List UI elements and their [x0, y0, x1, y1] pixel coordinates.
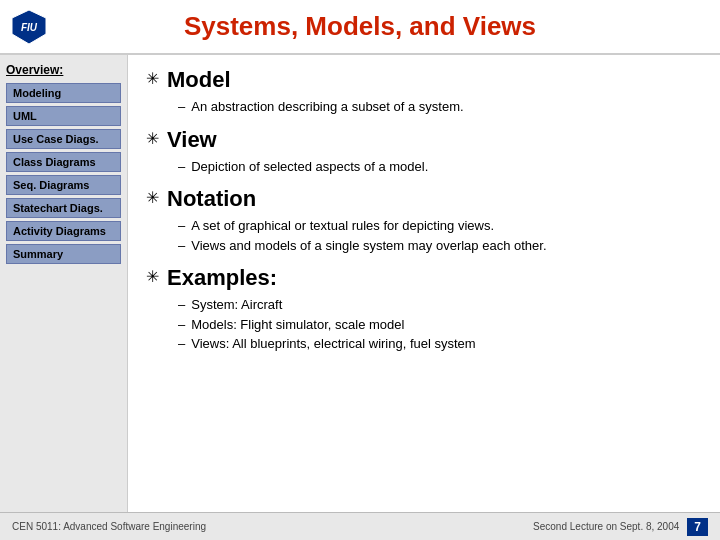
sidebar-item-activity-diagrams[interactable]: Activity Diagrams [6, 221, 121, 241]
view-bullet-icon: ✳ [146, 129, 159, 148]
examples-sub-item-2: – Models: Flight simulator, scale model [178, 315, 702, 335]
examples-header: ✳ Examples: [146, 265, 702, 291]
examples-dash-2: – [178, 315, 185, 335]
model-section: ✳ Model – An abstraction describing a su… [146, 67, 702, 117]
examples-dash-1: – [178, 295, 185, 315]
model-sub-item-1: – An abstraction describing a subset of … [178, 97, 702, 117]
model-sub-bullets: – An abstraction describing a subset of … [178, 97, 702, 117]
sidebar-item-seq-diagrams[interactable]: Seq. Diagrams [6, 175, 121, 195]
notation-section: ✳ Notation – A set of graphical or textu… [146, 186, 702, 255]
examples-section: ✳ Examples: – System: Aircraft – Models:… [146, 265, 702, 354]
sidebar: Overview: Modeling UML Use Case Diags. C… [0, 55, 128, 512]
examples-sub-bullets: – System: Aircraft – Models: Flight simu… [178, 295, 702, 354]
sidebar-item-summary[interactable]: Summary [6, 244, 121, 264]
notation-sub-item-1: – A set of graphical or textual rules fo… [178, 216, 702, 236]
content-area: ✳ Model – An abstraction describing a su… [128, 55, 720, 512]
examples-sub-text-2: Models: Flight simulator, scale model [191, 315, 404, 335]
main-layout: Overview: Modeling UML Use Case Diags. C… [0, 55, 720, 512]
examples-sub-item-1: – System: Aircraft [178, 295, 702, 315]
view-header: ✳ View [146, 127, 702, 153]
model-sub-text-1: An abstraction describing a subset of a … [191, 97, 463, 117]
sidebar-item-statechart-diags[interactable]: Statechart Diags. [6, 198, 121, 218]
model-dash-1: – [178, 97, 185, 117]
model-bullet-icon: ✳ [146, 69, 159, 88]
view-sub-text-1: Depiction of selected aspects of a model… [191, 157, 428, 177]
examples-sub-text-1: System: Aircraft [191, 295, 282, 315]
notation-sub-item-2: – Views and models of a single system ma… [178, 236, 702, 256]
page-title: Systems, Models, and Views [184, 11, 536, 42]
notation-sub-text-2: Views and models of a single system may … [191, 236, 546, 256]
notation-sub-bullets: – A set of graphical or textual rules fo… [178, 216, 702, 255]
view-sub-item-1: – Depiction of selected aspects of a mod… [178, 157, 702, 177]
fiu-logo: FIU [10, 8, 48, 46]
logo-area: FIU [10, 8, 48, 46]
examples-dash-3: – [178, 334, 185, 354]
examples-sub-text-3: Views: All blueprints, electrical wiring… [191, 334, 475, 354]
view-sub-bullets: – Depiction of selected aspects of a mod… [178, 157, 702, 177]
view-dash-1: – [178, 157, 185, 177]
sidebar-item-modeling[interactable]: Modeling [6, 83, 121, 103]
examples-title: Examples: [167, 265, 277, 291]
page-number: 7 [687, 518, 708, 536]
header: FIU Systems, Models, and Views [0, 0, 720, 55]
view-section: ✳ View – Depiction of selected aspects o… [146, 127, 702, 177]
notation-dash-2: – [178, 236, 185, 256]
svg-text:FIU: FIU [21, 22, 38, 33]
view-title: View [167, 127, 217, 153]
notation-title: Notation [167, 186, 256, 212]
examples-sub-item-3: – Views: All blueprints, electrical wiri… [178, 334, 702, 354]
sidebar-item-class-diagrams[interactable]: Class Diagrams [6, 152, 121, 172]
notation-bullet-icon: ✳ [146, 188, 159, 207]
footer-left: CEN 5011: Advanced Software Engineering [12, 521, 206, 532]
footer-right: Second Lecture on Sept. 8, 2004 [533, 521, 679, 532]
examples-bullet-icon: ✳ [146, 267, 159, 286]
notation-sub-text-1: A set of graphical or textual rules for … [191, 216, 494, 236]
footer: CEN 5011: Advanced Software Engineering … [0, 512, 720, 540]
model-title: Model [167, 67, 231, 93]
notation-header: ✳ Notation [146, 186, 702, 212]
sidebar-item-use-case-diags[interactable]: Use Case Diags. [6, 129, 121, 149]
model-header: ✳ Model [146, 67, 702, 93]
sidebar-item-uml[interactable]: UML [6, 106, 121, 126]
notation-dash-1: – [178, 216, 185, 236]
sidebar-overview-label: Overview: [6, 63, 121, 77]
footer-right-area: Second Lecture on Sept. 8, 2004 7 [533, 518, 708, 536]
